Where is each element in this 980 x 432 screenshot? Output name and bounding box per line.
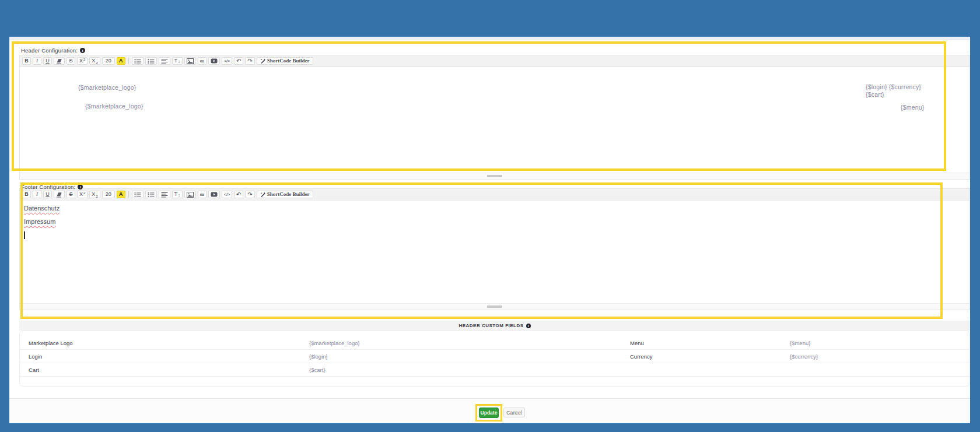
- cart-shortcode: {$cart}: [866, 91, 884, 98]
- datenschutz-link-text: Datenschutz: [24, 205, 60, 212]
- header-custom-fields-title: HEADER CUSTOM FIELDS: [459, 323, 523, 328]
- marketplace-logo-shortcode: {$marketplace_logo}: [78, 84, 136, 91]
- shortcode-builder-button[interactable]: ShortCode Builder: [257, 57, 313, 65]
- insert-link-button[interactable]: ∞: [198, 191, 206, 198]
- field-shortcode-value: {$menu}: [790, 340, 970, 346]
- header-editor-statusbar: [20, 173, 970, 179]
- unordered-list-button[interactable]: [132, 57, 144, 65]
- clear-format-button[interactable]: [54, 57, 65, 65]
- italic-button[interactable]: I: [33, 57, 41, 65]
- line-height-button[interactable]: T↕: [172, 57, 183, 65]
- info-icon[interactable]: [78, 184, 83, 189]
- underline-button[interactable]: U: [43, 191, 52, 198]
- cancel-button[interactable]: Cancel: [503, 408, 525, 417]
- info-icon[interactable]: [526, 324, 531, 328]
- table-row: Cart {$cart}: [20, 363, 970, 377]
- page-top-strip: [9, 37, 970, 40]
- superscript-label: X: [79, 58, 83, 64]
- shortcode-builder-button[interactable]: ShortCode Builder: [257, 191, 313, 198]
- ordered-list-icon: [148, 192, 155, 198]
- footer-editor-content[interactable]: Datenschutz Impressum: [20, 201, 970, 303]
- insert-video-button[interactable]: [208, 191, 220, 198]
- superscript-label: X: [79, 192, 83, 197]
- subscript-button[interactable]: X2: [89, 57, 100, 65]
- shortcode-builder-label: ShortCode Builder: [267, 58, 310, 64]
- field-label: Currency: [630, 353, 790, 360]
- image-icon: [187, 192, 194, 198]
- toolbar-separator: [128, 191, 129, 198]
- impressum-link-text: Impressum: [24, 218, 55, 225]
- editor-resize-handle[interactable]: [487, 305, 502, 308]
- ordered-list-button[interactable]: [145, 57, 157, 65]
- login-currency-cart-shortcodes: {$login} {$currency}{$cart}: [866, 83, 921, 99]
- table-row: Marketplace Logo {$marketplace_logo} Men…: [20, 336, 970, 350]
- italic-button[interactable]: I: [33, 191, 41, 198]
- update-button[interactable]: Update: [479, 408, 499, 418]
- superscript-button[interactable]: X2: [77, 57, 88, 65]
- paragraph-align-button[interactable]: [159, 191, 170, 198]
- header-custom-fields-band: HEADER CUSTOM FIELDS: [19, 321, 970, 331]
- superscript-mark: 2: [83, 58, 85, 61]
- field-label: Menu: [630, 340, 790, 346]
- unordered-list-icon: [134, 192, 141, 198]
- field-shortcode-value: {$login}: [309, 353, 630, 360]
- subscript-mark: 2: [96, 61, 97, 65]
- ordered-list-button[interactable]: [145, 191, 157, 198]
- line-height-label: T: [174, 192, 178, 197]
- subscript-mark: 2: [96, 195, 97, 198]
- field-label: Login: [29, 353, 309, 360]
- header-editor-content[interactable]: {$marketplace_logo} {$marketplace_logo} …: [20, 67, 970, 173]
- strikethrough-button[interactable]: S: [66, 191, 75, 198]
- clear-format-button[interactable]: [54, 191, 65, 198]
- code-view-button[interactable]: </>: [222, 57, 232, 65]
- marketplace-logo-shortcode: {$marketplace_logo}: [85, 103, 144, 110]
- footer-configuration-text: Footer Configuration:: [21, 184, 75, 190]
- insert-image-button[interactable]: [184, 191, 196, 198]
- magic-wand-icon: [260, 192, 265, 198]
- line-height-button[interactable]: T↕: [172, 191, 183, 198]
- font-size-button[interactable]: 20: [102, 191, 115, 198]
- text-cursor: [24, 231, 25, 239]
- header-configuration-text: Header Configuration:: [21, 47, 78, 54]
- font-color-button[interactable]: A: [117, 57, 125, 65]
- line-height-arrow: ↕: [178, 59, 180, 64]
- magic-wand-icon: [260, 58, 265, 64]
- redo-button[interactable]: ↷: [245, 57, 254, 65]
- video-icon: [211, 192, 218, 197]
- app-window: Header Configuration: B I U S X2 X2 20 A…: [0, 0, 980, 432]
- bold-button[interactable]: B: [22, 57, 31, 65]
- subscript-label: X: [92, 192, 95, 197]
- insert-video-button[interactable]: [208, 57, 220, 65]
- subscript-button[interactable]: X2: [89, 191, 100, 198]
- field-shortcode-value: {$marketplace_logo}: [309, 340, 630, 346]
- strikethrough-button[interactable]: S: [66, 57, 75, 65]
- code-view-button[interactable]: </>: [222, 191, 232, 198]
- update-button-highlight: Update: [475, 404, 502, 422]
- table-row: Login {$login} Currency {$currency}: [20, 350, 970, 363]
- line-height-arrow: ↕: [178, 193, 180, 197]
- underline-button[interactable]: U: [43, 57, 52, 65]
- paragraph-align-button[interactable]: [159, 57, 170, 65]
- line-height-label: T: [174, 58, 178, 64]
- header-configuration-label: Header Configuration:: [21, 47, 85, 54]
- font-color-button[interactable]: A: [117, 191, 125, 198]
- font-size-button[interactable]: 20: [102, 57, 115, 65]
- video-icon: [211, 58, 218, 64]
- eraser-icon: [56, 192, 62, 198]
- undo-button[interactable]: ↶: [234, 57, 243, 65]
- insert-image-button[interactable]: [184, 57, 196, 65]
- superscript-button[interactable]: X2: [77, 191, 88, 198]
- field-label: Cart: [29, 367, 309, 373]
- field-shortcode-value: {$currency}: [790, 353, 970, 360]
- login-currency-shortcode: {$login} {$currency}: [866, 83, 921, 90]
- header-editor-toolbar: B I U S X2 X2 20 A T↕ ∞ </> ↶ ↷ ShortCod…: [20, 55, 970, 67]
- insert-link-button[interactable]: ∞: [198, 57, 206, 65]
- undo-button[interactable]: ↶: [234, 191, 243, 198]
- eraser-icon: [56, 58, 62, 64]
- editor-resize-handle[interactable]: [487, 175, 502, 177]
- info-icon[interactable]: [80, 48, 85, 53]
- redo-button[interactable]: ↷: [245, 191, 254, 198]
- bold-button[interactable]: B: [22, 191, 31, 198]
- unordered-list-button[interactable]: [132, 191, 144, 198]
- footer-editor: B I U S X2 X2 20 A T↕ ∞ </> ↶ ↷ ShortCod…: [19, 188, 970, 310]
